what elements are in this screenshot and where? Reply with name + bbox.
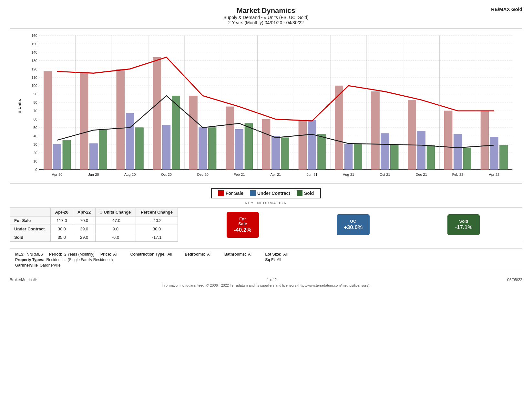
svg-text:Feb-21: Feb-21 — [234, 172, 245, 176]
legend-label-uc: Under Contract — [257, 191, 290, 196]
svg-rect-52 — [245, 123, 253, 170]
legend-box-uc — [250, 190, 256, 196]
svg-rect-67 — [427, 145, 435, 169]
chart-inner: 0102030405060708090100110120130140150160… — [26, 32, 519, 183]
card-value: +30.0% — [344, 224, 363, 231]
legend-item-sold: Sold — [297, 190, 314, 196]
subtitle2: 2 Years (Monthly) 04/01/20 - 04/30/22 — [10, 20, 522, 25]
card-line: Sale — [238, 221, 247, 226]
row-label: Sold — [10, 233, 51, 242]
city-label: Gardnerville — [15, 263, 38, 268]
svg-text:Apr-21: Apr-21 — [271, 172, 281, 176]
svg-rect-58 — [318, 134, 326, 170]
svg-rect-55 — [281, 138, 289, 170]
svg-rect-44 — [153, 57, 161, 169]
card-value: -17.1% — [455, 224, 472, 231]
key-information-label: KEY INFORMATION — [10, 201, 522, 205]
footer-left: BrokerMetrics® — [10, 278, 36, 282]
sqft-value: All — [277, 258, 281, 262]
svg-rect-68 — [444, 111, 452, 169]
svg-rect-45 — [162, 125, 170, 169]
svg-text:50: 50 — [34, 126, 37, 130]
sqft-label: Sq Ft — [265, 258, 275, 262]
lot-size-label: Lot Size: — [265, 252, 281, 257]
chart-legend: For Sale Under Contract Sold — [211, 188, 321, 198]
table-header: Percent Change — [136, 208, 178, 217]
period-label: Period: — [49, 252, 62, 257]
city-value: Gardnerville — [40, 263, 61, 268]
price-value: All — [113, 252, 117, 257]
svg-text:Jun-21: Jun-21 — [307, 172, 317, 176]
svg-text:150: 150 — [32, 42, 37, 46]
svg-text:10: 10 — [34, 159, 37, 163]
svg-text:70: 70 — [34, 109, 37, 113]
svg-rect-71 — [481, 111, 489, 169]
svg-text:80: 80 — [34, 100, 37, 104]
svg-rect-49 — [208, 128, 216, 170]
svg-rect-47 — [189, 96, 198, 169]
svg-rect-64 — [390, 144, 398, 170]
row-apr22: 39.0 — [73, 225, 95, 233]
svg-rect-50 — [226, 107, 234, 169]
svg-text:100: 100 — [32, 84, 37, 88]
row-units-change: 9.0 — [95, 225, 136, 233]
bathrooms-label: Bathrooms: — [224, 252, 246, 257]
svg-text:Jun-20: Jun-20 — [88, 172, 99, 176]
price-label: Price: — [100, 252, 111, 257]
table-row: Under Contract 30.0 39.0 9.0 30.0 — [10, 225, 178, 233]
svg-text:20: 20 — [34, 151, 37, 155]
row-apr20: 30.0 — [51, 225, 73, 233]
svg-rect-54 — [271, 136, 280, 170]
card-value: -40.2% — [234, 227, 251, 233]
card-line: UC — [350, 219, 356, 224]
row-pct-change: 30.0 — [136, 225, 178, 233]
svg-rect-48 — [199, 128, 207, 170]
meta-col-lotsize: Lot Size: All Sq Ft All — [265, 252, 288, 268]
svg-rect-61 — [354, 143, 362, 169]
property-types-value: Residential: (Single Family Residence) — [46, 258, 113, 262]
legend-box-sold — [297, 190, 302, 196]
table-row: For Sale 117.0 70.0 -47.0 -40.2 — [10, 217, 178, 225]
bedrooms-label: Bedrooms: — [185, 252, 205, 257]
svg-rect-65 — [408, 100, 416, 169]
subtitle1: Supply & Demand - # Units (FS, UC, Sold) — [10, 15, 522, 20]
svg-text:30: 30 — [34, 143, 37, 146]
meta-row-mls: MLS: NNRMLS Period: 2 Years (Monthly) Pr… — [15, 252, 118, 257]
svg-rect-43 — [136, 128, 144, 170]
svg-text:40: 40 — [34, 134, 37, 138]
property-types-label: Property Types: — [15, 258, 44, 262]
svg-text:Feb-22: Feb-22 — [452, 172, 464, 176]
meta-row-bedrooms: Bedrooms: All — [185, 252, 211, 257]
legend-box-forsale — [218, 190, 224, 196]
row-apr22: 70.0 — [73, 217, 95, 225]
summary-card-0: ForSale -40.2% — [227, 212, 259, 238]
svg-rect-57 — [308, 120, 316, 169]
svg-rect-38 — [80, 73, 88, 169]
brand-name: RE/MAX Gold — [491, 6, 522, 12]
card-line: For — [239, 217, 246, 221]
chart-svg: 0102030405060708090100110120130140150160… — [26, 32, 519, 183]
construction-label: Construction Type: — [130, 252, 166, 257]
row-apr20: 117.0 — [51, 217, 73, 225]
row-label: Under Contract — [10, 225, 51, 233]
row-pct-change: -40.2 — [136, 217, 178, 225]
row-units-change: -47.0 — [95, 217, 136, 225]
svg-text:Aug-20: Aug-20 — [124, 172, 136, 176]
table-row: Sold 35.0 29.0 -6.0 -17.1 — [10, 233, 178, 242]
svg-text:0: 0 — [36, 167, 37, 171]
row-units-change: -6.0 — [95, 233, 136, 242]
svg-text:Oct-21: Oct-21 — [380, 172, 390, 176]
svg-text:Dec-20: Dec-20 — [197, 172, 209, 176]
svg-rect-42 — [126, 113, 134, 170]
svg-text:130: 130 — [32, 58, 37, 62]
svg-rect-41 — [117, 69, 125, 169]
svg-rect-37 — [63, 140, 71, 170]
svg-text:90: 90 — [34, 92, 37, 96]
mls-label: MLS: — [15, 252, 25, 257]
meta-col-bedrooms: Bedrooms: All — [185, 252, 211, 268]
construction-value: All — [168, 252, 172, 257]
row-apr22: 29.0 — [73, 233, 95, 242]
page-title: Market Dynamics — [10, 6, 522, 15]
svg-rect-62 — [372, 91, 380, 169]
data-table: Apr-20Apr-22# Units ChangePercent Change… — [10, 208, 178, 242]
